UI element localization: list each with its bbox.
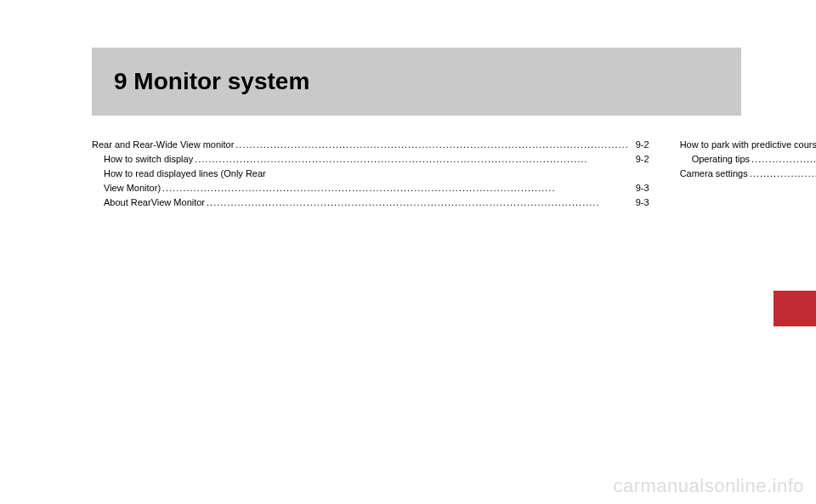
toc-page: 9-2	[631, 152, 649, 167]
section-tab	[774, 291, 816, 326]
toc-entry: How to switch display 9-2	[92, 152, 649, 167]
toc-dots	[207, 195, 629, 210]
toc-entry: Operating tips 9-7	[680, 152, 816, 167]
toc-dots	[195, 152, 629, 167]
toc-label: About RearView Monitor	[104, 195, 205, 210]
toc-entry: About RearView Monitor 9-3	[92, 195, 649, 210]
toc-dots	[750, 167, 816, 181]
toc-dots	[235, 138, 628, 152]
toc-page: 9-3	[631, 195, 649, 210]
toc-label: How to park with predictive course lines	[680, 138, 816, 152]
chapter-header: 9 Monitor system	[92, 48, 741, 116]
toc-label: How to read displayed lines (Only Rear	[104, 167, 266, 181]
toc-page: 9-2	[631, 138, 649, 152]
toc-entry: How to read displayed lines (Only Rear	[92, 167, 649, 181]
toc-label: View Monitor)	[104, 181, 161, 195]
toc-entry: Camera settings 9-7	[680, 167, 816, 181]
toc-page: 9-3	[631, 181, 649, 195]
toc-dots	[162, 181, 629, 195]
watermark-text: carmanualsonline.info	[613, 475, 804, 497]
toc-right-column: How to park with predictive course lines…	[680, 138, 816, 210]
toc-dots	[751, 152, 816, 167]
toc-entry: Rear and Rear-Wide View monitor 9-2	[92, 138, 649, 152]
toc-entry: View Monitor) 9-3	[92, 181, 649, 195]
toc-label: Rear and Rear-Wide View monitor	[92, 138, 234, 152]
toc-label: How to switch display	[104, 152, 193, 167]
document-page: 9 Monitor system Rear and Rear-Wide View…	[0, 0, 816, 504]
toc-columns: Rear and Rear-Wide View monitor 9-2 How …	[92, 138, 741, 210]
toc-entry: How to park with predictive course lines…	[680, 138, 816, 152]
toc-label: Camera settings	[680, 167, 748, 181]
toc-left-column: Rear and Rear-Wide View monitor 9-2 How …	[92, 138, 649, 210]
chapter-title: 9 Monitor system	[114, 68, 309, 95]
toc-label: Operating tips	[692, 152, 750, 167]
